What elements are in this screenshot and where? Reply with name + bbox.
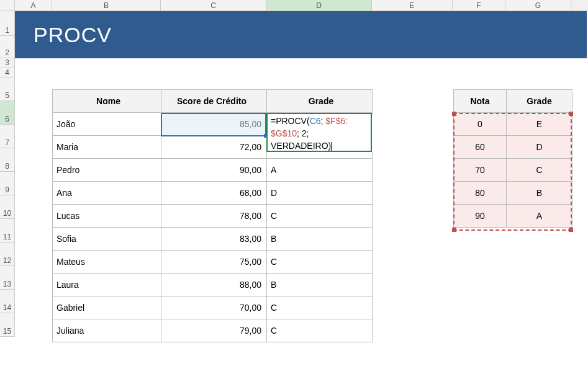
row-header-10[interactable]: 10 <box>0 195 15 219</box>
row-header-2[interactable]: 2 <box>0 36 15 58</box>
table-row: Juliana 79,00 C <box>53 319 373 342</box>
formula-ref-C6: C6 <box>310 116 321 126</box>
cell-B7[interactable]: Maria <box>53 136 161 159</box>
column-headers: A B C D E F G <box>0 0 588 11</box>
header-grade[interactable]: Grade <box>267 90 373 113</box>
row-header-4[interactable]: 4 <box>0 68 15 78</box>
cell-C9[interactable]: 68,00 <box>161 182 267 205</box>
text-cursor-icon <box>331 142 332 151</box>
cell-G6[interactable]: E <box>507 113 572 136</box>
lookup-table: Nota Grade 0 E 60 D 70 C 80 B 90 A <box>453 89 572 228</box>
table-row: Sofia 83,00 B <box>53 228 373 251</box>
col-header-A[interactable]: A <box>15 0 52 11</box>
row-header-11[interactable]: 11 <box>0 219 15 243</box>
col-header-B[interactable]: B <box>52 0 161 11</box>
col-header-C[interactable]: C <box>161 0 266 11</box>
row-header-12[interactable]: 12 <box>0 243 15 266</box>
cell-B6[interactable]: João <box>53 113 161 136</box>
cell-D8[interactable]: A <box>267 159 373 182</box>
cell-B9[interactable]: Ana <box>53 182 161 205</box>
cell-C10[interactable]: 78,00 <box>161 205 267 228</box>
col-header-G[interactable]: G <box>505 0 571 11</box>
table-row: Laura 88,00 B <box>53 274 373 296</box>
cell-F8[interactable]: 70 <box>454 159 507 182</box>
cell-B11[interactable]: Sofia <box>53 228 161 251</box>
col-header-F[interactable]: F <box>453 0 505 11</box>
cell-F10[interactable]: 90 <box>454 205 507 228</box>
formula-text: =PROCV( <box>271 116 310 126</box>
cell-C14[interactable]: 70,00 <box>161 296 267 319</box>
cell-C15[interactable]: 79,00 <box>161 319 267 342</box>
row-header-13[interactable]: 13 <box>0 266 15 290</box>
table-row: Gabriel 70,00 C <box>53 296 373 319</box>
table-row: 0 E <box>454 113 572 136</box>
cell-B8[interactable]: Pedro <box>53 159 161 182</box>
table-row: Lucas 78,00 C <box>53 205 373 228</box>
lookup-header-row: Nota Grade <box>454 90 572 113</box>
cell-D15[interactable]: C <box>267 319 373 342</box>
cell-G7[interactable]: D <box>507 136 572 159</box>
cell-G9[interactable]: B <box>507 182 572 205</box>
cell-B12[interactable]: Mateus <box>53 251 161 274</box>
cell-C7[interactable]: 72,00 <box>161 136 267 159</box>
formula-text: VERDADEIRO) <box>271 141 331 151</box>
cell-D11[interactable]: B <box>267 228 373 251</box>
row-header-1[interactable]: 1 <box>0 11 15 36</box>
table-row: 80 B <box>454 182 572 205</box>
formula-ref-range-start: $F$6 <box>325 116 345 126</box>
cell-C13[interactable]: 88,00 <box>161 274 267 296</box>
col-header-D[interactable]: D <box>266 0 372 11</box>
cell-D13[interactable]: B <box>267 274 373 296</box>
header-score[interactable]: Score de Crédito <box>161 90 267 113</box>
row-header-7[interactable]: 7 <box>0 125 15 148</box>
table-row: 90 A <box>454 205 572 228</box>
title-banner: PROCV <box>15 11 587 58</box>
row-header-6[interactable]: 6 <box>0 101 15 125</box>
cell-F9[interactable]: 80 <box>454 182 507 205</box>
cell-F7[interactable]: 60 <box>454 136 507 159</box>
row-header-9[interactable]: 9 <box>0 172 15 195</box>
cell-D12[interactable]: C <box>267 251 373 274</box>
row-header-8[interactable]: 8 <box>0 148 15 172</box>
col-header-E[interactable]: E <box>372 0 453 11</box>
cell-D14[interactable]: C <box>267 296 373 319</box>
cell-C11[interactable]: 83,00 <box>161 228 267 251</box>
header-nota[interactable]: Nota <box>454 90 507 113</box>
row-headers: 1 2 3 4 5 6 7 8 9 10 11 12 13 14 15 <box>0 11 15 337</box>
header-nome[interactable]: Nome <box>53 90 161 113</box>
formula-ref-range-end: $G$10 <box>271 128 297 138</box>
select-all-corner[interactable] <box>0 0 15 11</box>
row-header-14[interactable]: 14 <box>0 290 15 313</box>
table-row: Ana 68,00 D <box>53 182 373 205</box>
header-lookup-grade[interactable]: Grade <box>507 90 572 113</box>
cell-B15[interactable]: Juliana <box>53 319 161 342</box>
cell-C12[interactable]: 75,00 <box>161 251 267 274</box>
row-header-5[interactable]: 5 <box>0 78 15 101</box>
cell-B13[interactable]: Laura <box>53 274 161 296</box>
cell-F6[interactable]: 0 <box>454 113 507 136</box>
formula-editing-overlay[interactable]: =PROCV(C6; $F$6: $G$10; 2; VERDADEIRO) <box>268 115 373 152</box>
formula-text: : <box>345 116 348 126</box>
table-row: Pedro 90,00 A <box>53 159 373 182</box>
table-row: Mateus 75,00 C <box>53 251 373 274</box>
banner-title: PROCV <box>34 23 112 47</box>
cell-G8[interactable]: C <box>507 159 572 182</box>
table-row: 60 D <box>454 136 572 159</box>
cell-D10[interactable]: C <box>267 205 373 228</box>
cell-D9[interactable]: D <box>267 182 373 205</box>
cell-G10[interactable]: A <box>507 205 572 228</box>
formula-text: ; 2; <box>297 128 309 138</box>
cell-B10[interactable]: Lucas <box>53 205 161 228</box>
table-header-row: Nome Score de Crédito Grade <box>53 90 373 113</box>
cell-C6[interactable]: 85,00 <box>161 113 267 136</box>
row-header-3[interactable]: 3 <box>0 58 15 68</box>
cell-B14[interactable]: Gabriel <box>53 296 161 319</box>
row-header-15[interactable]: 15 <box>0 313 15 337</box>
table-row: 70 C <box>454 159 572 182</box>
spreadsheet-workspace: A B C D E F G 1 2 3 4 5 6 7 8 9 10 11 12… <box>0 0 588 374</box>
cell-C8[interactable]: 90,00 <box>161 159 267 182</box>
